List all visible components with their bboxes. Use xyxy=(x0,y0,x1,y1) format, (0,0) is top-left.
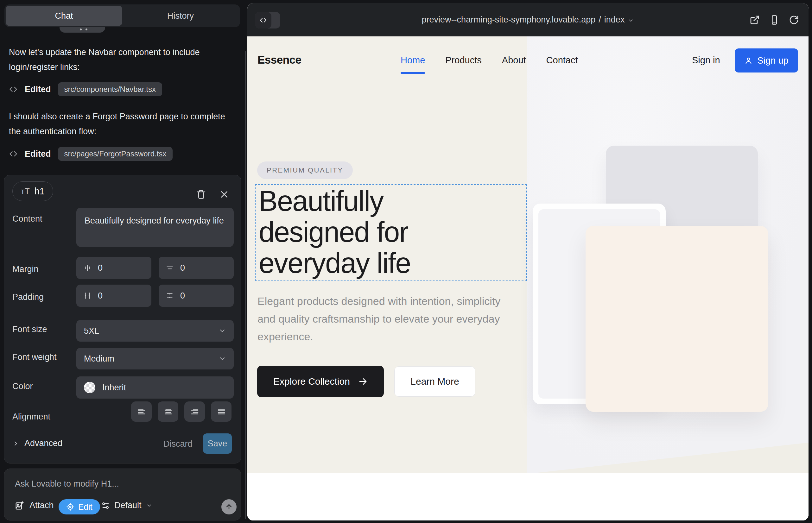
chevron-down-icon xyxy=(218,355,226,362)
sign-in-link[interactable]: Sign in xyxy=(692,55,720,66)
attach-button[interactable]: Attach xyxy=(15,501,54,510)
edit-mode-button[interactable]: Edit xyxy=(58,499,100,515)
composer-placeholder[interactable]: Ask Lovable to modify H1... xyxy=(15,479,119,489)
advanced-toggle[interactable]: Advanced xyxy=(12,438,63,448)
refresh-icon[interactable] xyxy=(789,15,799,25)
save-button[interactable]: Save xyxy=(203,433,232,454)
mode-label: Default xyxy=(114,501,142,510)
color-value: Inherit xyxy=(102,383,126,393)
selected-element-tag: h1 xyxy=(35,186,45,197)
close-editor-button[interactable] xyxy=(219,190,229,199)
margin-horizontal-icon xyxy=(83,264,91,272)
padding-vertical-icon xyxy=(166,292,174,300)
code-icon xyxy=(9,149,18,158)
url-separator: / xyxy=(599,15,601,25)
align-right-button[interactable] xyxy=(184,401,205,422)
padding-y-value: 0 xyxy=(180,291,185,301)
align-right-icon xyxy=(190,407,199,416)
browser-toolbar: preview--charming-site-symphony.lovable.… xyxy=(247,3,809,36)
color-swatch xyxy=(84,382,95,393)
code-icon xyxy=(9,85,18,94)
element-selection-outline[interactable]: Beautifully designed for everyday life xyxy=(255,184,527,281)
trash-icon xyxy=(196,189,206,200)
padding-x-value: 0 xyxy=(98,291,103,301)
align-justify-button[interactable] xyxy=(211,401,231,422)
hero-heading[interactable]: Beautifully designed for everyday life xyxy=(259,185,410,278)
nav-link-about[interactable]: About xyxy=(502,55,526,66)
learn-more-button[interactable]: Learn More xyxy=(394,366,475,397)
file-chip[interactable]: src/pages/ForgotPassword.tsx xyxy=(58,147,173,161)
hero-heading-line: designed for xyxy=(259,217,410,248)
dot xyxy=(86,29,87,30)
tab-history[interactable]: History xyxy=(122,6,239,26)
site-preview: Essence Home Products About Contact Sign… xyxy=(247,36,809,521)
preview-browser-window: preview--charming-site-symphony.lovable.… xyxy=(247,3,809,521)
nav-link-products[interactable]: Products xyxy=(445,55,481,66)
color-picker-field[interactable]: Inherit xyxy=(76,376,234,399)
preview-url: preview--charming-site-symphony.lovable.… xyxy=(422,15,596,25)
font-weight-value: Medium xyxy=(84,354,114,364)
file-chip[interactable]: src/components/Navbar.tsx xyxy=(58,82,162,96)
font-size-label: Font size xyxy=(12,325,47,334)
chevron-down-icon xyxy=(628,17,634,24)
edited-file-row: Edited src/pages/ForgotPassword.tsx xyxy=(9,146,173,161)
user-icon xyxy=(744,56,753,65)
padding-y-input[interactable]: 0 xyxy=(159,285,234,307)
edited-file-row: Edited src/components/Navbar.tsx xyxy=(9,82,162,97)
chat-sidebar: Chat History Now let's update the Navbar… xyxy=(0,0,247,523)
margin-label: Margin xyxy=(12,264,39,274)
chevron-right-icon xyxy=(12,440,19,447)
model-mode-dropdown[interactable]: Default xyxy=(101,501,152,510)
content-textarea[interactable]: Beautifully designed for everyday life xyxy=(76,208,234,247)
browser-actions xyxy=(749,3,799,36)
hero-paragraph[interactable]: Elegant products designed with intention… xyxy=(258,292,514,345)
image-plus-icon xyxy=(15,501,24,510)
site-logo[interactable]: Essence xyxy=(258,54,301,66)
font-weight-select[interactable]: Medium xyxy=(76,348,234,369)
margin-y-input[interactable]: 0 xyxy=(159,257,234,279)
sign-up-label: Sign up xyxy=(757,55,788,66)
chat-composer[interactable]: Ask Lovable to modify H1... Attach Edit … xyxy=(4,469,241,521)
margin-x-input[interactable]: 0 xyxy=(76,257,152,279)
padding-x-input[interactable]: 0 xyxy=(76,285,152,307)
edited-label: Edited xyxy=(25,85,51,94)
dot xyxy=(80,29,82,30)
nav-link-contact[interactable]: Contact xyxy=(546,55,578,66)
element-editor-panel: тT h1 Content Beautifully designed for e… xyxy=(4,175,241,464)
mobile-preview-icon[interactable] xyxy=(769,15,779,25)
align-left-button[interactable] xyxy=(131,401,152,422)
advanced-label: Advanced xyxy=(24,438,63,448)
arrow-up-icon xyxy=(225,503,233,511)
app-window: Chat History Now let's update the Navbar… xyxy=(0,0,812,523)
font-size-select[interactable]: 5XL xyxy=(76,320,234,342)
padding-label: Padding xyxy=(12,292,44,302)
delete-element-button[interactable] xyxy=(196,189,206,200)
explore-collection-label: Explore Collection xyxy=(273,376,350,387)
align-center-button[interactable] xyxy=(158,401,178,422)
open-external-icon[interactable] xyxy=(749,15,760,25)
margin-y-value: 0 xyxy=(180,263,185,273)
explore-collection-button[interactable]: Explore Collection xyxy=(257,366,384,397)
nav-link-home[interactable]: Home xyxy=(401,55,425,66)
chevron-down-icon xyxy=(218,327,226,335)
margin-vertical-icon xyxy=(166,264,174,272)
tab-chat[interactable]: Chat xyxy=(6,6,122,26)
color-label: Color xyxy=(12,381,33,391)
font-weight-label: Font weight xyxy=(12,353,57,362)
url-bar[interactable]: preview--charming-site-symphony.lovable.… xyxy=(247,3,809,36)
selected-element-pill[interactable]: тT h1 xyxy=(12,181,53,201)
align-justify-icon xyxy=(217,407,226,416)
align-center-icon xyxy=(163,407,173,416)
edited-label: Edited xyxy=(25,149,51,159)
alignment-label: Alignment xyxy=(12,412,50,422)
discard-button[interactable]: Discard xyxy=(163,439,193,449)
arrow-right-icon xyxy=(358,377,368,386)
padding-horizontal-icon xyxy=(83,292,91,300)
site-nav: Home Products About Contact xyxy=(401,55,578,66)
sign-up-button[interactable]: Sign up xyxy=(735,49,798,72)
send-button[interactable] xyxy=(222,499,236,515)
url-page: index xyxy=(604,15,625,25)
content-label: Content xyxy=(12,214,42,224)
sidebar-scrollbar[interactable] xyxy=(245,51,246,519)
close-icon xyxy=(219,190,229,199)
